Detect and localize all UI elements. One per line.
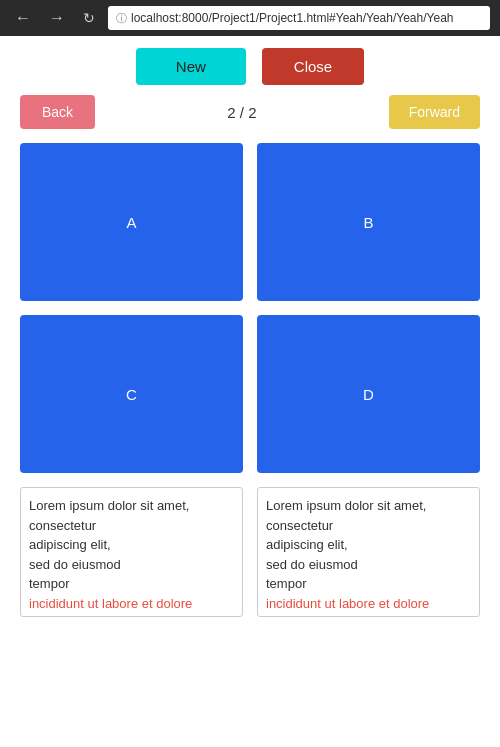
cards-grid: A B C D <box>20 143 480 473</box>
textbox-right-normal: Lorem ipsum dolor sit amet,consecteturad… <box>266 498 426 591</box>
card-d[interactable]: D <box>257 315 480 473</box>
address-bar[interactable]: ⓘ localhost:8000/Project1/Project1.html#… <box>108 6 490 30</box>
url-text: localhost:8000/Project1/Project1.html#Ye… <box>131 11 453 25</box>
card-c[interactable]: C <box>20 315 243 473</box>
forward-button[interactable]: Forward <box>389 95 480 129</box>
top-buttons-row: New Close <box>20 48 480 85</box>
back-button[interactable]: Back <box>20 95 95 129</box>
card-a[interactable]: A <box>20 143 243 301</box>
browser-chrome: ← → ↻ ⓘ localhost:8000/Project1/Project1… <box>0 0 500 36</box>
close-button[interactable]: Close <box>262 48 364 85</box>
textbox-right-highlight: incididunt ut labore et dolore <box>266 596 429 611</box>
card-a-label: A <box>126 214 136 231</box>
navigation-row: Back 2 / 2 Forward <box>20 95 480 129</box>
textbox-left-highlight: incididunt ut labore et dolore <box>29 596 192 611</box>
card-d-label: D <box>363 386 374 403</box>
forward-nav-button[interactable]: → <box>44 7 70 29</box>
card-b[interactable]: B <box>257 143 480 301</box>
card-b-label: B <box>363 214 373 231</box>
page-indicator: 2 / 2 <box>227 104 256 121</box>
card-c-label: C <box>126 386 137 403</box>
textbox-left[interactable]: Lorem ipsum dolor sit amet,consecteturad… <box>20 487 243 617</box>
security-icon: ⓘ <box>116 11 127 26</box>
reload-button[interactable]: ↻ <box>78 8 100 28</box>
back-nav-button[interactable]: ← <box>10 7 36 29</box>
new-button[interactable]: New <box>136 48 246 85</box>
textbox-right[interactable]: Lorem ipsum dolor sit amet,consecteturad… <box>257 487 480 617</box>
textareas-grid: Lorem ipsum dolor sit amet,consecteturad… <box>20 487 480 617</box>
page-content: New Close Back 2 / 2 Forward A B C D Lor… <box>0 36 500 637</box>
textbox-left-normal: Lorem ipsum dolor sit amet,consecteturad… <box>29 498 189 591</box>
